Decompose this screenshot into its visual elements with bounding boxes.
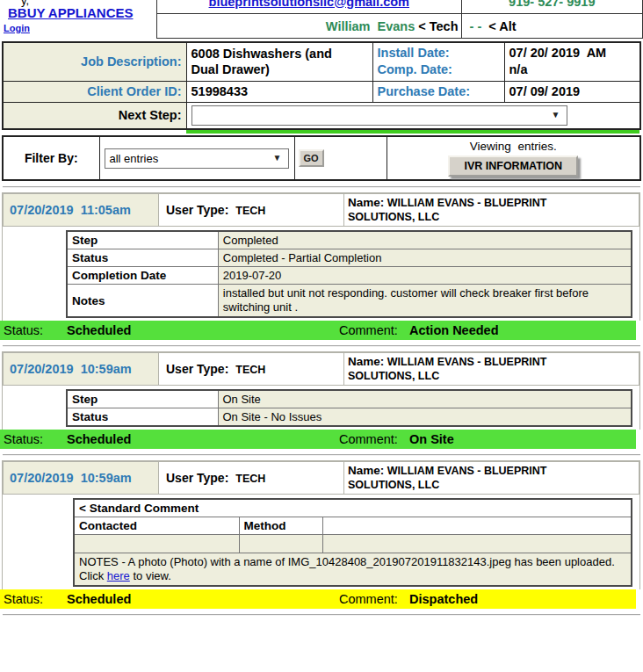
- entry-detail-table: Step On Site Status On Site - No Issues: [66, 389, 632, 427]
- entry-user-type: User Type:TECH: [159, 462, 344, 495]
- entry-datetime: 07/20/2019 11:05am: [4, 194, 159, 227]
- detail-value: On Site - No Issues: [218, 408, 632, 427]
- page-header: y, BBUY APPLIANCES Login blueprintsoluti…: [0, 0, 643, 41]
- detail-value: On Site: [218, 390, 632, 408]
- filter-by-label: Filter By:: [3, 136, 99, 180]
- detail-key: Step: [67, 390, 218, 408]
- detail-key: Step: [67, 231, 218, 249]
- filter-selected-value: all entries: [105, 149, 159, 165]
- chevron-down-icon: ▼: [273, 153, 282, 163]
- filter-bar: Filter By: all entries ▼ GO Viewing entr…: [2, 135, 641, 181]
- entry-status-bar: Status: Scheduled Comment: Dispatched: [0, 589, 636, 609]
- alt-name: - -: [470, 19, 486, 33]
- job-description-label: Job Description:: [3, 42, 186, 81]
- status-label: Status:: [4, 323, 43, 337]
- detail-key: Status: [67, 408, 218, 427]
- next-step-label: Next Step:: [3, 102, 186, 129]
- install-date-label: Install Date:: [378, 45, 500, 61]
- detail-key: Completion Date: [67, 267, 218, 285]
- detail-value: Completed: [218, 231, 632, 249]
- entry-status-bar: Status: Scheduled Comment: Action Needed: [0, 321, 636, 340]
- method-value: [239, 535, 322, 553]
- notes-text-suffix: to view.: [130, 569, 171, 582]
- chevron-down-icon: ▼: [552, 110, 560, 119]
- entry-datetime: 07/20/2019 10:59am: [4, 353, 159, 386]
- comp-date-label: Comp. Date:: [378, 61, 500, 78]
- contacted-header: Contacted: [74, 517, 239, 535]
- entry-comment-table: < Standard Comment Contacted Method NOTE…: [73, 498, 632, 587]
- purchase-date-label: Purchase Date:: [372, 81, 504, 102]
- method-header: Method: [239, 517, 322, 535]
- section-divider: [3, 614, 640, 616]
- standard-comment-header: < Standard Comment: [74, 499, 632, 517]
- tech-name: William Evans: [326, 19, 418, 33]
- notes-cell: NOTES - A photo (Photo) with a name of I…: [74, 553, 632, 587]
- job-info-table: Job Description: 6008 Dishwashers (and D…: [2, 41, 641, 130]
- section-divider: [3, 186, 640, 188]
- alt-suffix: < Alt: [485, 19, 516, 33]
- client-order-id-label: Client Order ID:: [3, 81, 186, 102]
- store-link[interactable]: BBUY APPLIANCES: [8, 5, 134, 20]
- log-entry: 07/20/2019 10:59am User Type:TECH Name: …: [2, 351, 640, 430]
- filter-select[interactable]: all entries ▼: [105, 148, 289, 169]
- comment-value: On Site: [409, 432, 454, 446]
- log-entry: 07/20/2019 11:05am User Type:TECH Name: …: [2, 192, 640, 321]
- comment-label: Comment:: [339, 432, 398, 446]
- comp-date-value: n/a: [509, 61, 636, 78]
- empty-value-cell: [322, 535, 632, 553]
- detail-value: 2019-07-20: [218, 267, 632, 285]
- entry-name: Name: WILLIAM EVANS - BLUEPRINT SOLUTION…: [344, 353, 639, 386]
- comment-value: Dispatched: [409, 592, 478, 606]
- section-divider: [3, 454, 640, 456]
- viewing-entries-text: Viewing entries.: [388, 140, 639, 153]
- comment-value: Action Needed: [409, 323, 499, 337]
- email-link[interactable]: blueprintsolutionsllc@gmail.com: [209, 0, 409, 9]
- client-order-id-value: 51998433: [186, 81, 372, 102]
- section-divider: [3, 345, 640, 347]
- next-step-selected-value: [192, 115, 197, 118]
- status-value: Scheduled: [67, 432, 131, 446]
- detail-key: Notes: [67, 285, 218, 318]
- green-divider-line: [186, 130, 639, 134]
- status-label: Status:: [4, 432, 43, 446]
- comment-label: Comment:: [339, 323, 398, 337]
- entry-status-bar: Status: Scheduled Comment: On Site: [0, 430, 636, 449]
- tech-suffix: < Tech: [418, 19, 458, 33]
- detail-value: installed but unit not responding. custo…: [218, 285, 632, 318]
- install-date-value: 07/ 20/ 2019 AM: [509, 45, 636, 61]
- next-step-select[interactable]: ▼: [191, 105, 567, 126]
- status-value: Scheduled: [67, 323, 131, 337]
- install-comp-values: 07/ 20/ 2019 AM n/a: [504, 42, 640, 81]
- entry-name: Name: WILLIAM EVANS - BLUEPRINT SOLUTION…: [344, 462, 639, 495]
- entry-user-type: User Type:TECH: [159, 194, 344, 227]
- tech-name-cell: William Evans < Tech: [157, 14, 462, 39]
- go-button[interactable]: GO: [299, 149, 324, 167]
- status-value: Scheduled: [67, 592, 131, 606]
- entry-name: Name: WILLIAM EVANS - BLUEPRINT SOLUTION…: [344, 194, 639, 227]
- comment-label: Comment:: [339, 592, 398, 606]
- purchase-date-value: 07/ 09/ 2019: [504, 81, 640, 102]
- install-comp-labels: Install Date: Comp. Date:: [372, 42, 504, 81]
- alt-name-cell: - - < Alt: [461, 14, 642, 39]
- log-entry: 07/20/2019 10:59am User Type:TECH Name: …: [2, 460, 640, 589]
- job-description-value: 6008 Dishwashers (and Dual Drawer): [186, 42, 372, 81]
- ivr-information-button[interactable]: IVR INFORMATION: [448, 155, 578, 177]
- contacted-value: [74, 535, 239, 553]
- contact-table: blueprintsolutionsllc@gmail.com 919- 527…: [156, 0, 643, 39]
- entry-datetime: 07/20/2019 10:59am: [4, 462, 159, 495]
- photo-here-link[interactable]: here: [107, 569, 130, 582]
- detail-key: Status: [67, 249, 218, 267]
- contact-phone: 919- 527- 9919: [461, 0, 642, 14]
- entry-user-type: User Type:TECH: [159, 353, 344, 386]
- contact-email-cell: blueprintsolutionsllc@gmail.com: [157, 0, 462, 14]
- detail-value: Completed - Partial Completion: [218, 249, 632, 267]
- empty-header-cell: [322, 517, 632, 535]
- status-label: Status:: [4, 592, 43, 606]
- login-link[interactable]: Login: [4, 23, 30, 33]
- entry-detail-table: Step Completed Status Completed - Partia…: [66, 230, 632, 318]
